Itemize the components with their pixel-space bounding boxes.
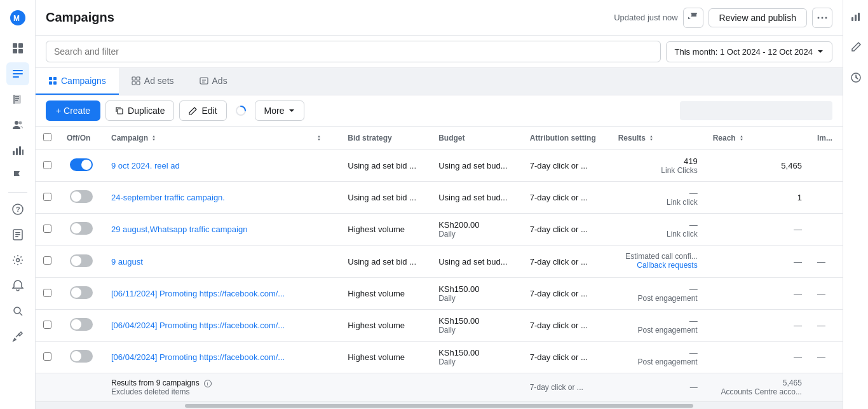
impressions: — [810,310,843,342]
search-bar-row: This month: 1 Oct 2024 - 12 Oct 2024 [36,36,843,68]
campaign-name[interactable]: 9 august [111,257,143,267]
toggle-switch[interactable] [70,318,93,331]
th-delivery[interactable] [308,127,340,150]
attribution: 7-day click or ... [522,150,611,182]
table-row: [06/04/2024] Promoting https://facebook.… [36,310,843,342]
th-results[interactable]: Results [611,127,705,150]
row-checkbox[interactable] [43,225,51,233]
svg-rect-33 [200,78,208,84]
review-publish-button[interactable]: Review and publish [709,8,807,27]
duplicate-label: Duplicate [128,106,165,116]
more-button[interactable]: More [255,101,304,121]
campaign-name[interactable]: [06/04/2024] Promoting https://facebook.… [111,321,285,330]
campaign-name[interactable]: [06/11/2024] Promoting https://facebook.… [111,289,285,298]
download-icon [627,261,634,269]
more-dots-button[interactable] [812,8,832,28]
sidebar-icon-tools[interactable] [6,325,29,348]
th-reach[interactable]: Reach [705,127,810,150]
attribution: 7-day click or ... [522,310,611,342]
select-all-checkbox[interactable] [43,133,51,141]
th-campaign[interactable]: Campaign [104,127,308,150]
sidebar-icon-people[interactable] [6,113,29,136]
bid-strategy: Highest volume [340,214,431,246]
svg-rect-26 [53,77,57,80]
sidebar-icon-book[interactable] [6,88,29,111]
column-customizer[interactable] [680,101,832,120]
svg-rect-11 [16,148,18,155]
sidebar-icon-help[interactable]: ? [6,198,29,221]
toggle-switch[interactable] [70,286,93,299]
adsets-tab-icon [132,76,140,85]
th-budget: Budget [431,127,522,150]
sidebar-icon-grid[interactable] [6,37,29,60]
campaign-name[interactable]: 9 oct 2024. reel ad [111,161,180,170]
chevron-down-icon [817,48,824,55]
toggle-switch[interactable] [70,222,93,235]
campaign-name[interactable]: 29 august,Whatsapp traffic campaign [111,225,247,234]
date-filter-label: This month: 1 Oct 2024 - 12 Oct 2024 [674,47,813,57]
svg-rect-10 [13,151,15,155]
campaign-name[interactable]: 24-september traffic campaign. [111,193,225,202]
history-button[interactable] [846,67,866,88]
toggle-switch[interactable] [70,254,93,267]
results: — Post engagement [611,310,705,342]
svg-point-22 [818,17,820,18]
right-panel [843,0,868,409]
footer-total-results: — [611,373,705,402]
tab-campaigns[interactable]: Campaigns [36,68,119,95]
row-checkbox[interactable] [43,161,51,169]
campaigns-table: Off/On Campaign Bid strategy [36,127,843,401]
th-impressions: Im... [810,127,843,150]
results: — Post engagement [611,278,705,310]
results-count: Results from 9 campaigns [111,378,200,387]
edit-button[interactable]: Edit [179,101,226,121]
chart-view-button[interactable] [846,6,866,27]
svg-text:?: ? [16,205,20,213]
reach: — [705,214,810,246]
sidebar-icon-chart[interactable] [6,139,29,162]
toggle-switch[interactable] [70,350,93,363]
search-input[interactable] [46,41,661,62]
row-checkbox[interactable] [43,193,51,201]
row-checkbox[interactable] [43,352,51,361]
row-checkbox[interactable] [43,256,51,265]
svg-rect-32 [137,81,140,85]
tab-ads[interactable]: Ads [187,68,240,95]
sidebar-icon-notifications[interactable] [6,274,29,297]
edit-view-button[interactable] [846,37,866,57]
svg-rect-18 [15,234,20,235]
sidebar-icon-flag[interactable] [6,164,29,187]
sidebar-icon-settings[interactable] [6,249,29,272]
horizontal-scrollbar[interactable] [36,401,843,409]
excludes-text: Excludes deleted items [111,387,301,396]
tab-adsets[interactable]: Ad sets [119,68,187,95]
sidebar-icon-search[interactable] [6,300,29,322]
row-checkbox[interactable] [43,321,51,329]
table-footer-row: Results from 9 campaigns i Excludes dele… [36,373,843,402]
svg-rect-25 [49,77,52,80]
results: — Link click [611,182,705,214]
sidebar-icon-campaigns[interactable] [6,62,29,85]
toggle-switch[interactable] [70,158,93,171]
sidebar-icon-pages[interactable] [6,223,29,246]
duplicate-button[interactable]: Duplicate [105,101,174,121]
svg-rect-4 [18,49,23,53]
date-filter[interactable]: This month: 1 Oct 2024 - 12 Oct 2024 [666,41,832,62]
meta-logo[interactable]: M [6,6,29,29]
svg-rect-17 [15,232,20,233]
info-icon: i [204,380,212,387]
table-row: 29 august,Whatsapp traffic campaign High… [36,214,843,246]
bid-strategy: Using ad set bid ... [340,150,431,182]
callback-badge[interactable]: Callback requests [627,261,697,270]
svg-rect-27 [49,81,52,85]
refresh-button[interactable] [683,8,703,28]
svg-point-9 [18,121,22,125]
svg-point-8 [15,121,18,125]
create-button[interactable]: + Create [46,101,100,121]
row-checkbox[interactable] [43,289,51,297]
toggle-switch[interactable] [70,190,93,203]
svg-rect-12 [19,146,21,155]
campaign-name[interactable]: [06/04/2024] Promoting https://facebook.… [111,352,285,362]
table-row: [06/11/2024] Promoting https://facebook.… [36,278,843,310]
bid-strategy: Highest volume [340,310,431,342]
